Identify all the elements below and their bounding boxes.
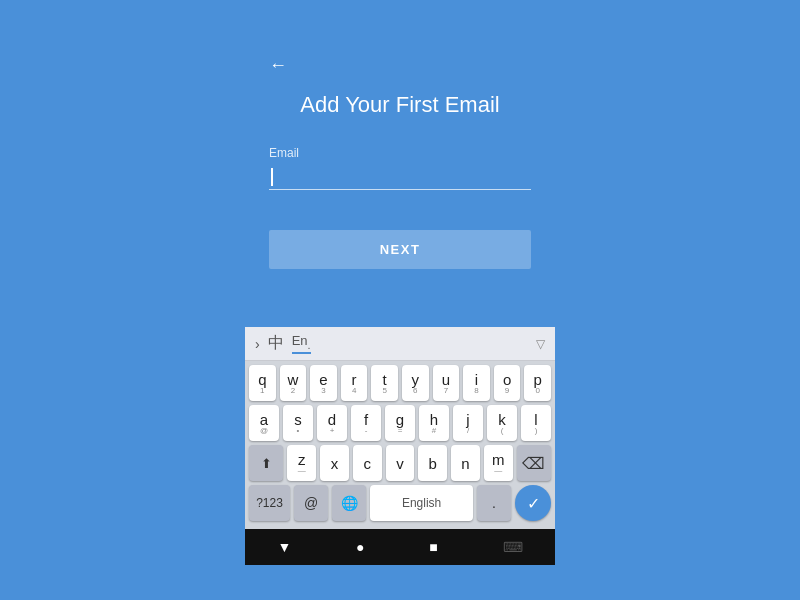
keyboard-toolbar: › 中 En. ▽: [245, 327, 555, 361]
key-s[interactable]: s•: [283, 405, 313, 441]
key-t[interactable]: t5: [371, 365, 398, 401]
toolbar-lang-label[interactable]: En.: [292, 333, 311, 354]
key-g[interactable]: g=: [385, 405, 415, 441]
keyboard-row-3: ⬆ z— x c v b n m— ⌫: [249, 445, 551, 481]
toolbar-left: › 中 En.: [255, 333, 311, 354]
key-j[interactable]: j/: [453, 405, 483, 441]
keyboard-row-4: ?123 @ 🌐 English . ✓: [249, 485, 551, 521]
key-a[interactable]: a@: [249, 405, 279, 441]
toolbar-expand-icon[interactable]: ›: [255, 336, 260, 352]
key-w[interactable]: w2: [280, 365, 307, 401]
nav-keyboard-icon[interactable]: ⌨: [503, 539, 523, 555]
toolbar-chinese-icon[interactable]: 中: [268, 333, 284, 354]
keyboard-row-1: q1 w2 e3 r4 t5 y6 u7 i8 o9 p0: [249, 365, 551, 401]
key-k[interactable]: k(: [487, 405, 517, 441]
key-num[interactable]: ?123: [249, 485, 290, 521]
next-button[interactable]: NEXT: [269, 230, 531, 269]
phone-container: ← Add Your First Email Email NEXT › 中 En…: [245, 35, 555, 565]
key-c[interactable]: c: [353, 445, 382, 481]
key-v[interactable]: v: [386, 445, 415, 481]
key-dot[interactable]: .: [477, 485, 511, 521]
email-input[interactable]: [269, 164, 531, 190]
key-n[interactable]: n: [451, 445, 480, 481]
key-shift[interactable]: ⬆: [249, 445, 283, 481]
key-h[interactable]: h#: [419, 405, 449, 441]
key-x[interactable]: x: [320, 445, 349, 481]
keyboard-row-2: a@ s• d+ f- g= h# j/ k( l): [249, 405, 551, 441]
key-d[interactable]: d+: [317, 405, 347, 441]
key-enter[interactable]: ✓: [515, 485, 551, 521]
keyboard-rows: q1 w2 e3 r4 t5 y6 u7 i8 o9 p0 a@ s• d+ f…: [245, 361, 555, 529]
form-area: ← Add Your First Email Email NEXT: [245, 35, 555, 327]
nav-home-button[interactable]: ●: [356, 539, 364, 555]
key-i[interactable]: i8: [463, 365, 490, 401]
back-button[interactable]: ←: [269, 55, 293, 76]
toolbar-collapse-icon[interactable]: ▽: [536, 337, 545, 351]
key-u[interactable]: u7: [433, 365, 460, 401]
key-l[interactable]: l): [521, 405, 551, 441]
key-at[interactable]: @: [294, 485, 328, 521]
key-b[interactable]: b: [418, 445, 447, 481]
key-p[interactable]: p0: [524, 365, 551, 401]
key-m[interactable]: m—: [484, 445, 513, 481]
key-q[interactable]: q1: [249, 365, 276, 401]
key-backspace[interactable]: ⌫: [517, 445, 551, 481]
email-label: Email: [269, 146, 531, 160]
key-y[interactable]: y6: [402, 365, 429, 401]
key-globe[interactable]: 🌐: [332, 485, 366, 521]
key-o[interactable]: o9: [494, 365, 521, 401]
key-z[interactable]: z—: [287, 445, 316, 481]
nav-recent-button[interactable]: ■: [429, 539, 437, 555]
key-f[interactable]: f-: [351, 405, 381, 441]
key-e[interactable]: e3: [310, 365, 337, 401]
email-input-wrapper: [269, 164, 531, 190]
key-r[interactable]: r4: [341, 365, 368, 401]
system-nav: ▼ ● ■ ⌨: [245, 529, 555, 565]
page-title: Add Your First Email: [269, 92, 531, 118]
key-space[interactable]: English: [370, 485, 473, 521]
keyboard: › 中 En. ▽ q1 w2 e3 r4 t5 y6 u7 i8 o9 p0: [245, 327, 555, 529]
nav-back-button[interactable]: ▼: [277, 539, 291, 555]
text-cursor: [271, 168, 273, 186]
